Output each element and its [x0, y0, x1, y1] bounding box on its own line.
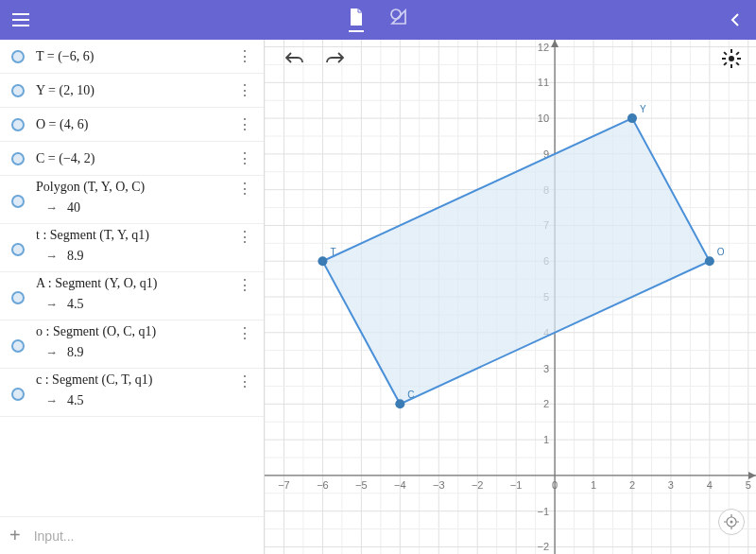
app-toolbar: [0, 0, 756, 40]
redo-button[interactable]: [321, 45, 348, 72]
visibility-toggle[interactable]: [11, 291, 25, 304]
locate-button[interactable]: [718, 509, 745, 535]
visibility-toggle[interactable]: [11, 118, 25, 131]
svg-text:−2: −2: [538, 541, 550, 552]
row-menu-button[interactable]: ⋮: [232, 324, 258, 342]
svg-rect-88: [722, 58, 726, 60]
svg-point-95: [730, 521, 733, 524]
undo-icon: [285, 51, 304, 66]
visibility-toggle[interactable]: [11, 195, 25, 208]
algebra-row[interactable]: T = (−6, 6)⋮: [0, 40, 264, 74]
algebra-row[interactable]: Y = (2, 10)⋮: [0, 74, 264, 108]
definition-text: A : Segment (Y, O, q1): [36, 276, 232, 291]
result-value: 8.9: [67, 345, 84, 360]
algebra-row[interactable]: A : Segment (Y, O, q1)→4.5⋮: [0, 272, 264, 320]
definition-text: T = (−6, 6): [36, 49, 232, 64]
algebra-row[interactable]: C = (−4, 2)⋮: [0, 142, 264, 176]
svg-text:3: 3: [668, 479, 674, 491]
definition-text: c : Segment (C, T, q1): [36, 372, 232, 388]
arrow-icon: →: [45, 297, 58, 312]
chevron-left-icon: [730, 13, 740, 26]
svg-rect-93: [723, 61, 727, 65]
plot-svg[interactable]: −7−6−5−4−3−2−1012345−2−1123456789101112T…: [265, 40, 756, 554]
point-C[interactable]: [395, 399, 404, 408]
point-T[interactable]: [318, 256, 327, 266]
svg-text:5: 5: [746, 479, 751, 491]
row-menu-button[interactable]: ⋮: [232, 180, 258, 198]
algebra-list[interactable]: T = (−6, 6)⋮Y = (2, 10)⋮O = (4, 6)⋮C = (…: [0, 40, 264, 516]
row-menu-button[interactable]: ⋮: [232, 81, 258, 99]
main-menu-button[interactable]: [0, 13, 42, 26]
definition-text: C = (−4, 2): [36, 151, 232, 166]
row-menu-button[interactable]: ⋮: [232, 372, 258, 390]
result-value: 40: [67, 200, 80, 216]
svg-text:−1: −1: [538, 506, 550, 517]
visibility-toggle[interactable]: [11, 152, 25, 165]
hamburger-icon: [12, 13, 29, 26]
arrow-icon: →: [45, 249, 58, 264]
algebra-row[interactable]: Polygon (T, Y, O, C)→40⋮: [0, 176, 264, 224]
point-Y[interactable]: [627, 113, 637, 123]
visibility-toggle[interactable]: [11, 50, 25, 63]
svg-text:2: 2: [629, 479, 635, 491]
input-row[interactable]: + Input...: [0, 516, 264, 554]
svg-text:3: 3: [543, 363, 549, 374]
arrow-icon: →: [45, 345, 58, 360]
undo-button[interactable]: [282, 45, 308, 72]
svg-text:1: 1: [543, 434, 549, 445]
tab-tools[interactable]: [390, 9, 407, 32]
row-menu-button[interactable]: ⋮: [232, 115, 258, 133]
visibility-toggle[interactable]: [11, 339, 25, 353]
result-text: →8.9: [36, 345, 232, 360]
arrow-icon: →: [45, 393, 58, 408]
row-menu-button[interactable]: ⋮: [232, 228, 258, 246]
collapse-sidebar-button[interactable]: [714, 13, 756, 26]
row-body: A : Segment (Y, O, q1)→4.5: [36, 276, 232, 312]
add-icon[interactable]: +: [9, 525, 21, 546]
svg-text:−7: −7: [278, 479, 290, 491]
point-label: T: [330, 247, 335, 257]
row-body: c : Segment (C, T, q1)→4.5: [36, 372, 232, 408]
arrow-icon: →: [45, 200, 58, 216]
svg-text:4: 4: [707, 479, 713, 491]
svg-text:−3: −3: [433, 479, 445, 491]
row-menu-button[interactable]: ⋮: [232, 276, 258, 294]
svg-text:2: 2: [543, 398, 549, 409]
algebra-row[interactable]: t : Segment (T, Y, q1)→8.9⋮: [0, 224, 264, 272]
row-body: t : Segment (T, Y, q1)→8.9: [36, 228, 232, 264]
svg-text:0: 0: [552, 479, 558, 491]
svg-rect-86: [730, 49, 732, 53]
visibility-toggle[interactable]: [11, 84, 25, 97]
point-label: Y: [640, 104, 646, 114]
gear-icon: [722, 49, 741, 68]
algebra-sidebar: T = (−6, 6)⋮Y = (2, 10)⋮O = (4, 6)⋮C = (…: [0, 40, 265, 554]
result-text: →8.9: [36, 249, 232, 264]
svg-rect-89: [737, 58, 741, 60]
result-text: →4.5: [36, 393, 232, 408]
algebra-row[interactable]: c : Segment (C, T, q1)→4.5⋮: [0, 369, 264, 417]
definition-text: Y = (2, 10): [36, 83, 232, 98]
result-value: 4.5: [67, 393, 84, 408]
row-menu-button[interactable]: ⋮: [232, 149, 258, 167]
tab-algebra[interactable]: [349, 9, 364, 32]
svg-text:−4: −4: [394, 479, 406, 491]
svg-rect-92: [735, 51, 739, 55]
algebra-row[interactable]: O = (4, 6)⋮: [0, 108, 264, 142]
point-O[interactable]: [705, 256, 714, 266]
algebra-row[interactable]: o : Segment (O, C, q1)→8.9⋮: [0, 320, 264, 369]
definition-text: o : Segment (O, C, q1): [36, 324, 232, 339]
visibility-toggle[interactable]: [11, 388, 25, 401]
svg-text:1: 1: [591, 479, 596, 491]
row-body: o : Segment (O, C, q1)→8.9: [36, 324, 232, 360]
svg-rect-91: [735, 61, 739, 65]
row-body: Y = (2, 10): [36, 83, 232, 98]
result-value: 8.9: [67, 249, 84, 264]
tools-icon: [390, 9, 407, 26]
settings-button[interactable]: [718, 45, 745, 72]
svg-text:−6: −6: [317, 479, 329, 491]
visibility-toggle[interactable]: [11, 243, 25, 256]
svg-text:−1: −1: [510, 479, 523, 491]
graph-canvas[interactable]: −7−6−5−4−3−2−1012345−2−1123456789101112T…: [265, 40, 756, 554]
row-menu-button[interactable]: ⋮: [232, 47, 258, 65]
row-body: C = (−4, 2): [36, 151, 232, 166]
